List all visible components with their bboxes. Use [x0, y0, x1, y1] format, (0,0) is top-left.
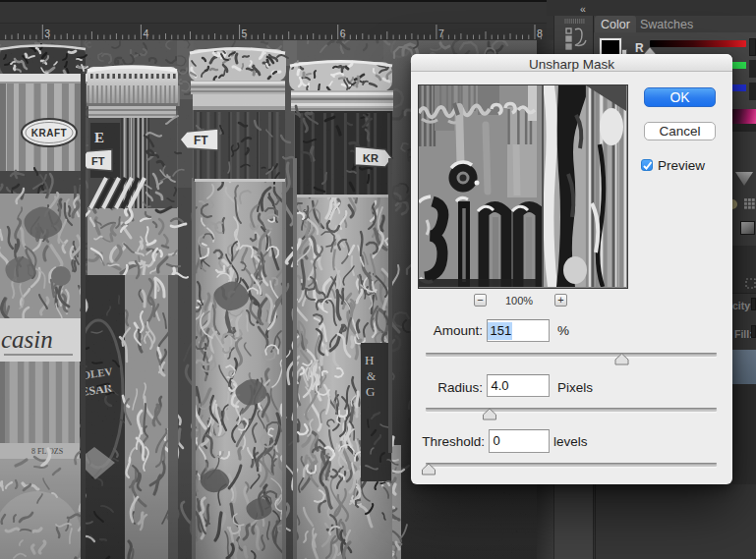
svg-text:5: 5	[242, 28, 248, 39]
svg-text:8: 8	[537, 28, 543, 39]
svg-text:4: 4	[143, 28, 148, 39]
svg-text:6: 6	[340, 28, 346, 39]
svg-text:7: 7	[438, 28, 444, 39]
svg-text:3: 3	[44, 28, 50, 39]
